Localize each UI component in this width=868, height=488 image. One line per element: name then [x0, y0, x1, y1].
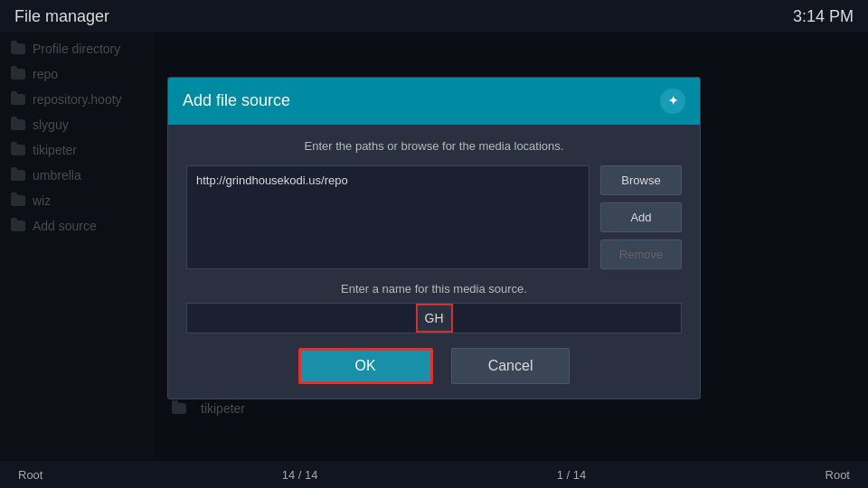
bottom-right-count: 1 / 14 — [557, 468, 587, 482]
app-title: File manager — [14, 7, 109, 26]
path-buttons: Browse Add Remove — [600, 165, 682, 269]
name-row: Enter a name for this media source. GH — [186, 282, 682, 333]
path-input-area[interactable]: http://grindhousekodi.us/repo — [186, 165, 590, 269]
modal-instruction: Enter the paths or browse for the media … — [186, 139, 682, 153]
cancel-button[interactable]: Cancel — [451, 348, 571, 384]
browse-button[interactable]: Browse — [600, 165, 682, 195]
path-row: http://grindhousekodi.us/repo Browse Add… — [186, 165, 682, 269]
top-bar: File manager 3:14 PM — [0, 0, 868, 33]
modal-action-buttons: OK Cancel — [186, 348, 682, 384]
bottom-left-count: 14 / 14 — [282, 468, 318, 482]
name-value: GH — [425, 311, 444, 325]
remove-button[interactable]: Remove — [600, 239, 682, 269]
name-input-highlighted[interactable]: GH — [416, 304, 453, 333]
bottom-bar: Root 14 / 14 1 / 14 Root — [0, 461, 868, 488]
name-input-row: GH — [186, 303, 682, 333]
clock: 3:14 PM — [793, 7, 854, 26]
ok-button[interactable]: OK — [298, 348, 433, 384]
modal-title: Add file source — [183, 91, 290, 110]
path-value: http://grindhousekodi.us/repo — [196, 174, 348, 187]
kodi-icon: ✦ — [660, 89, 685, 114]
modal-header: Add file source ✦ — [168, 78, 700, 125]
add-file-source-dialog: Add file source ✦ Enter the paths or bro… — [167, 77, 701, 399]
modal-body: Enter the paths or browse for the media … — [168, 125, 700, 399]
bottom-right-label: Root — [826, 468, 850, 482]
add-button[interactable]: Add — [600, 202, 682, 232]
modal-overlay: Add file source ✦ Enter the paths or bro… — [0, 33, 868, 461]
bottom-left-label: Root — [18, 468, 42, 482]
name-instruction: Enter a name for this media source. — [186, 282, 682, 296]
